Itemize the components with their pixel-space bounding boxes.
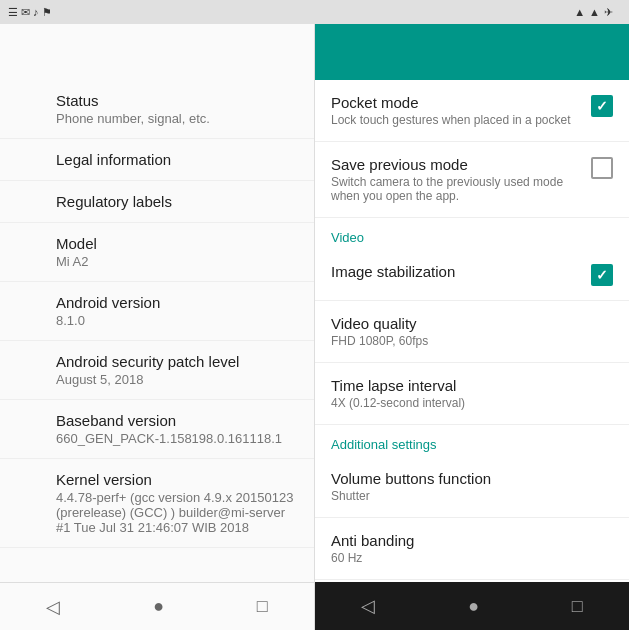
right-item-sub: Lock touch gestures when placed in a poc… bbox=[331, 113, 583, 127]
wifi-icon: ▲ bbox=[589, 6, 600, 18]
left-header bbox=[0, 24, 314, 80]
right-item-title: Volume buttons function bbox=[331, 470, 605, 487]
left-item-sub: 4.4.78-perf+ (gcc version 4.9.x 20150123… bbox=[56, 490, 298, 535]
left-list-item[interactable]: Android version8.1.0 bbox=[0, 282, 314, 341]
right-item-title: Video quality bbox=[331, 315, 605, 332]
right-item-text: Time lapse interval 4X (0.12-second inte… bbox=[331, 377, 613, 410]
left-item-title: Android security patch level bbox=[56, 353, 298, 370]
left-panel: StatusPhone number, signal, etc.Legal in… bbox=[0, 24, 314, 630]
right-item-title: Pocket mode bbox=[331, 94, 583, 111]
left-list-item[interactable]: Baseband version660_GEN_PACK-1.158198.0.… bbox=[0, 400, 314, 459]
right-item-sub: Switch camera to the previously used mod… bbox=[331, 175, 583, 203]
signal-icon: ▲ bbox=[574, 6, 585, 18]
back-nav-icon[interactable]: ◁ bbox=[46, 596, 60, 618]
left-list-item[interactable]: Android security patch levelAugust 5, 20… bbox=[0, 341, 314, 400]
right-list-item[interactable]: Image stabilization bbox=[315, 249, 629, 301]
right-nav-bar: ◁ ● □ bbox=[315, 582, 629, 630]
right-item-sub: Shutter bbox=[331, 489, 605, 503]
right-item-text: Volume buttons function Shutter bbox=[331, 470, 613, 503]
right-recents-nav-icon[interactable]: □ bbox=[572, 596, 583, 617]
left-item-sub: August 5, 2018 bbox=[56, 372, 298, 387]
right-scroll-area[interactable]: Pocket mode Lock touch gestures when pla… bbox=[315, 80, 629, 582]
left-scroll-area[interactable]: StatusPhone number, signal, etc.Legal in… bbox=[0, 80, 314, 582]
left-item-title: Model bbox=[56, 235, 298, 252]
right-list-item[interactable]: Pocket mode Lock touch gestures when pla… bbox=[315, 80, 629, 142]
right-header bbox=[315, 24, 629, 80]
left-list-item[interactable]: ModelMi A2 bbox=[0, 223, 314, 282]
section-label: Video bbox=[315, 218, 629, 249]
right-item-text: Image stabilization bbox=[331, 263, 591, 280]
left-list-item[interactable]: Regulatory labels bbox=[0, 181, 314, 223]
right-item-title: Save previous mode bbox=[331, 156, 583, 173]
main-content: StatusPhone number, signal, etc.Legal in… bbox=[0, 24, 629, 630]
right-home-nav-icon[interactable]: ● bbox=[468, 596, 479, 617]
airplane-icon: ✈ bbox=[604, 6, 613, 19]
checkbox-checked[interactable] bbox=[591, 95, 613, 117]
right-list-item[interactable]: Anti banding 60 Hz bbox=[315, 518, 629, 580]
right-back-nav-icon[interactable]: ◁ bbox=[361, 595, 375, 617]
right-item-text: Anti banding 60 Hz bbox=[331, 532, 613, 565]
right-item-title: Time lapse interval bbox=[331, 377, 605, 394]
left-nav-bar: ◁ ● □ bbox=[0, 582, 314, 630]
left-item-sub: Mi A2 bbox=[56, 254, 298, 269]
section-label: Additional settings bbox=[315, 425, 629, 456]
left-item-title: Legal information bbox=[56, 151, 298, 168]
right-item-text: Save previous mode Switch camera to the … bbox=[331, 156, 591, 203]
left-item-sub: Phone number, signal, etc. bbox=[56, 111, 298, 126]
right-item-text: Pocket mode Lock touch gestures when pla… bbox=[331, 94, 591, 127]
left-list-item[interactable]: Kernel version4.4.78-perf+ (gcc version … bbox=[0, 459, 314, 548]
right-item-text: Video quality FHD 1080P, 60fps bbox=[331, 315, 613, 348]
home-nav-icon[interactable]: ● bbox=[153, 596, 164, 617]
left-item-title: Baseband version bbox=[56, 412, 298, 429]
status-bar-left: ☰ ✉ ♪ ⚑ bbox=[8, 6, 52, 19]
left-item-title: Android version bbox=[56, 294, 298, 311]
left-list-item[interactable]: Legal information bbox=[0, 139, 314, 181]
right-item-title: Anti banding bbox=[331, 532, 605, 549]
status-bar: ☰ ✉ ♪ ⚑ ▲ ▲ ✈ bbox=[0, 0, 629, 24]
status-bar-right: ▲ ▲ ✈ bbox=[574, 6, 621, 19]
left-item-title: Regulatory labels bbox=[56, 193, 298, 210]
checkbox-unchecked[interactable] bbox=[591, 157, 613, 179]
right-item-sub: 60 Hz bbox=[331, 551, 605, 565]
notification-icons: ☰ ✉ ♪ ⚑ bbox=[8, 6, 52, 19]
right-item-title: Image stabilization bbox=[331, 263, 583, 280]
right-item-sub: 4X (0.12-second interval) bbox=[331, 396, 605, 410]
right-item-sub: FHD 1080P, 60fps bbox=[331, 334, 605, 348]
right-list-item[interactable]: Save previous mode Switch camera to the … bbox=[315, 142, 629, 218]
right-list-item[interactable]: Video quality FHD 1080P, 60fps bbox=[315, 301, 629, 363]
right-list-item[interactable]: Time lapse interval 4X (0.12-second inte… bbox=[315, 363, 629, 425]
left-item-sub: 660_GEN_PACK-1.158198.0.161118.1 bbox=[56, 431, 298, 446]
left-list-item[interactable]: StatusPhone number, signal, etc. bbox=[0, 80, 314, 139]
left-item-sub: 8.1.0 bbox=[56, 313, 298, 328]
right-panel: Pocket mode Lock touch gestures when pla… bbox=[314, 24, 629, 630]
right-list-item[interactable]: Volume buttons function Shutter bbox=[315, 456, 629, 518]
left-item-title: Status bbox=[56, 92, 298, 109]
checkbox-checked[interactable] bbox=[591, 264, 613, 286]
left-item-title: Kernel version bbox=[56, 471, 298, 488]
recents-nav-icon[interactable]: □ bbox=[257, 596, 268, 617]
